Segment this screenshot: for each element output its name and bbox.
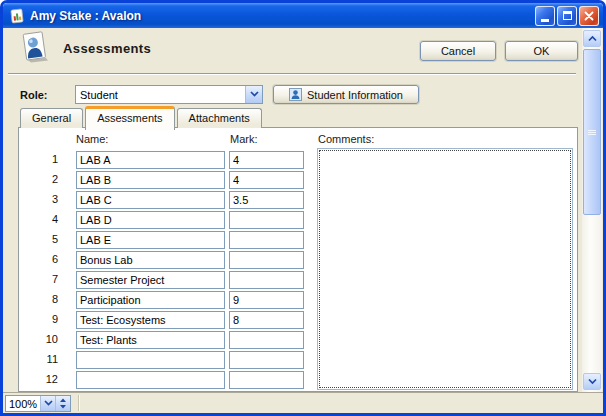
row-number: 11 bbox=[19, 353, 58, 365]
row-number: 12 bbox=[19, 373, 58, 385]
close-button[interactable] bbox=[579, 6, 599, 26]
table-row: 11 bbox=[19, 351, 319, 369]
assessment-name-input[interactable] bbox=[76, 151, 225, 169]
assessment-mark-input[interactable] bbox=[229, 311, 304, 329]
scrollbar-thumb[interactable] bbox=[583, 49, 601, 215]
row-number: 10 bbox=[19, 333, 58, 345]
header-separator bbox=[8, 73, 576, 75]
assessment-mark-input[interactable] bbox=[229, 271, 304, 289]
minimize-button[interactable] bbox=[535, 6, 555, 26]
tab-assessments[interactable]: Assessments bbox=[85, 106, 174, 130]
assessment-mark-input[interactable] bbox=[229, 231, 304, 249]
status-bar: 100% bbox=[3, 392, 603, 413]
maximize-button[interactable] bbox=[557, 6, 577, 26]
maximize-icon bbox=[563, 11, 572, 20]
comments-textarea[interactable] bbox=[319, 150, 571, 388]
assessment-name-input[interactable] bbox=[76, 251, 225, 269]
row-number: 6 bbox=[19, 253, 58, 265]
row-number: 3 bbox=[19, 193, 58, 205]
table-row: 8 bbox=[19, 291, 319, 309]
row-number: 4 bbox=[19, 213, 58, 225]
comments-box bbox=[317, 148, 573, 390]
table-row: 7 bbox=[19, 271, 319, 289]
role-label: Role: bbox=[20, 89, 48, 101]
tab-attachments[interactable]: Attachments bbox=[177, 108, 262, 128]
close-icon bbox=[584, 11, 594, 21]
minimize-icon bbox=[541, 19, 549, 22]
row-number: 2 bbox=[19, 173, 58, 185]
assessment-mark-input[interactable] bbox=[229, 291, 304, 309]
chevron-down-icon bbox=[588, 378, 597, 385]
scroll-down-button[interactable] bbox=[583, 373, 601, 390]
row-number: 1 bbox=[19, 153, 58, 165]
assessment-name-input[interactable] bbox=[76, 351, 225, 369]
app-icon bbox=[9, 8, 25, 24]
assessment-mark-input[interactable] bbox=[229, 331, 304, 349]
role-select[interactable]: Student bbox=[75, 85, 263, 104]
row-number: 5 bbox=[19, 233, 58, 245]
mark-column-header: Mark: bbox=[230, 133, 258, 145]
person-icon bbox=[289, 88, 302, 101]
dialog-window: Amy Stake : Avalon Assessments Cancel OK… bbox=[0, 0, 606, 416]
table-row: 5 bbox=[19, 231, 319, 249]
vertical-scrollbar[interactable] bbox=[582, 28, 602, 392]
chevron-down-icon bbox=[250, 91, 259, 98]
assessment-name-input[interactable] bbox=[76, 191, 225, 209]
table-row: 1 bbox=[19, 151, 319, 169]
row-number: 7 bbox=[19, 273, 58, 285]
combo-dropdown-button[interactable] bbox=[245, 86, 262, 103]
assessments-panel: Name: Mark: Comments: 1 2 3 4 5 6 7 bbox=[18, 127, 578, 392]
row-number: 8 bbox=[19, 293, 58, 305]
window-title: Amy Stake : Avalon bbox=[30, 9, 533, 23]
assessment-mark-input[interactable] bbox=[229, 251, 304, 269]
student-information-label: Student Information bbox=[307, 89, 403, 101]
assessment-name-input[interactable] bbox=[76, 171, 225, 189]
zoom-dropdown-button[interactable] bbox=[40, 396, 55, 411]
role-selected-value: Student bbox=[76, 89, 245, 101]
assessment-mark-input[interactable] bbox=[229, 211, 304, 229]
assessment-name-input[interactable] bbox=[76, 231, 225, 249]
zoom-spinner[interactable] bbox=[55, 396, 70, 411]
scroll-up-button[interactable] bbox=[583, 30, 601, 47]
name-column-header: Name: bbox=[76, 133, 108, 145]
assessment-name-input[interactable] bbox=[76, 291, 225, 309]
zoom-control: 100% bbox=[5, 395, 71, 412]
table-row: 3 bbox=[19, 191, 319, 209]
ok-button[interactable]: OK bbox=[505, 41, 578, 61]
table-row: 9 bbox=[19, 311, 319, 329]
table-row: 6 bbox=[19, 251, 319, 269]
zoom-value: 100% bbox=[6, 396, 40, 411]
assessment-name-input[interactable] bbox=[76, 311, 225, 329]
table-row: 12 bbox=[19, 371, 319, 389]
assessment-mark-input[interactable] bbox=[229, 351, 304, 369]
assessment-mark-input[interactable] bbox=[229, 371, 304, 389]
assessment-name-input[interactable] bbox=[76, 371, 225, 389]
chevron-up-icon bbox=[588, 35, 597, 42]
assessment-name-input[interactable] bbox=[76, 271, 225, 289]
assessment-mark-input[interactable] bbox=[229, 191, 304, 209]
cancel-button[interactable]: Cancel bbox=[420, 41, 496, 61]
assessment-mark-input[interactable] bbox=[229, 151, 304, 169]
statusbar-divider bbox=[78, 395, 80, 411]
table-row: 4 bbox=[19, 211, 319, 229]
table-row: 2 bbox=[19, 171, 319, 189]
page-title: Assessments bbox=[63, 41, 151, 56]
table-row: 10 bbox=[19, 331, 319, 349]
scrollbar-grip-icon bbox=[588, 129, 596, 136]
tab-bar: General Assessments Attachments bbox=[20, 106, 264, 128]
assessment-name-input[interactable] bbox=[76, 211, 225, 229]
assessment-name-input[interactable] bbox=[76, 331, 225, 349]
student-information-button[interactable]: Student Information bbox=[273, 85, 419, 104]
up-down-arrows-icon bbox=[59, 398, 67, 409]
assessments-icon bbox=[17, 30, 51, 64]
comments-column-header: Comments: bbox=[318, 133, 374, 145]
chevron-down-icon bbox=[44, 400, 53, 407]
assessment-mark-input[interactable] bbox=[229, 171, 304, 189]
row-number: 9 bbox=[19, 313, 58, 325]
titlebar: Amy Stake : Avalon bbox=[3, 3, 603, 28]
tab-general[interactable]: General bbox=[20, 108, 83, 128]
